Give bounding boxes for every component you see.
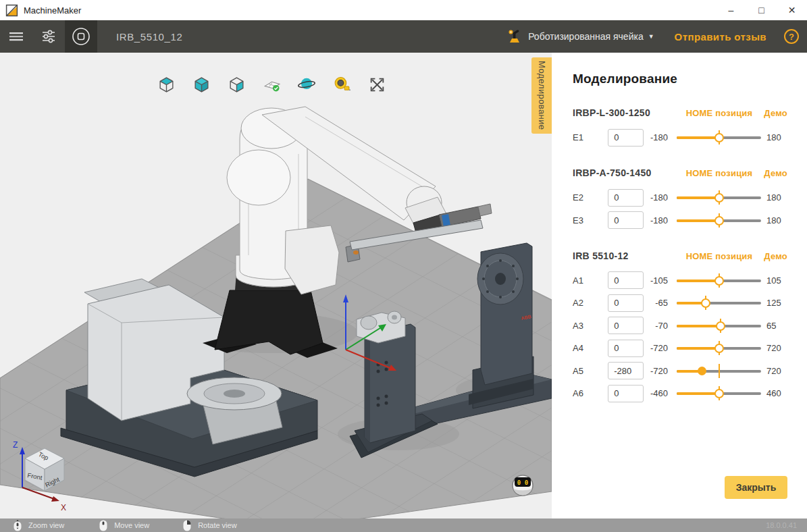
slider-handle[interactable] xyxy=(714,276,724,286)
home-position-link[interactable]: HOME позиция xyxy=(686,251,753,261)
axis-max-label: 105 xyxy=(766,275,787,286)
menu-button[interactable] xyxy=(0,20,32,53)
sphere-widget-value: 0 0 xyxy=(517,479,528,486)
axis-value-input[interactable] xyxy=(608,271,644,289)
axis-slider[interactable] xyxy=(677,128,761,147)
home-position-link[interactable]: HOME позиция xyxy=(686,108,753,118)
stop-simulation-button[interactable] xyxy=(65,20,97,53)
document-title: IRB_5510_12 xyxy=(116,31,182,43)
axis-row-a2: A2 -65 125 xyxy=(573,294,787,312)
minimize-button[interactable]: – xyxy=(716,0,746,20)
help-button[interactable]: ? xyxy=(784,29,799,44)
slider-handle[interactable] xyxy=(714,133,724,142)
robot-cell-icon xyxy=(507,29,522,44)
tune-sliders-icon xyxy=(40,28,57,45)
hint-label: Rotate view xyxy=(198,521,236,529)
cell-selector-label: Роботизированная ячейка xyxy=(528,31,644,42)
axis-value-input[interactable] xyxy=(608,211,644,229)
axis-row-a6: A6 -460 460 xyxy=(573,384,787,402)
section-irbp-l: IRBP-L-300-1250 HOME позиция Демо E1 -18… xyxy=(573,107,787,147)
axis-z-label: Z xyxy=(13,440,18,450)
floor-grid-check-icon[interactable] xyxy=(261,74,282,95)
fit-view-icon[interactable] xyxy=(367,74,387,95)
slider-handle[interactable] xyxy=(714,216,724,225)
measure-tape-icon[interactable] xyxy=(332,74,352,95)
axis-label: A2 xyxy=(573,298,608,308)
axis-value-input[interactable] xyxy=(608,362,644,379)
axis-row-a4: A4 -720 720 xyxy=(573,339,787,357)
axis-slider[interactable] xyxy=(677,294,761,312)
axis-value-input[interactable] xyxy=(608,385,644,402)
settings-button[interactable] xyxy=(32,20,65,53)
axis-min-label: -460 xyxy=(644,388,668,398)
close-window-button[interactable]: ✕ xyxy=(777,0,807,20)
axis-value-input[interactable] xyxy=(608,129,644,147)
axis-min-label: -105 xyxy=(644,275,668,286)
tab-modeling[interactable]: Моделирование xyxy=(531,57,552,134)
axis-value-input[interactable] xyxy=(608,317,644,334)
tab-modeling-label: Моделирование xyxy=(537,61,547,130)
maximize-button[interactable]: □ xyxy=(746,0,777,20)
axis-min-label: -180 xyxy=(644,132,668,142)
axis-row-a1: A1 -105 105 xyxy=(573,271,787,290)
axis-max-label: 460 xyxy=(766,388,787,398)
axis-max-label: 180 xyxy=(766,132,787,142)
axis-max-label: 125 xyxy=(766,298,787,308)
axis-min-label: -180 xyxy=(644,192,668,203)
slider-handle[interactable] xyxy=(714,389,724,398)
zoom-view-hint: Zoom view xyxy=(14,520,64,531)
mouse-right-button-icon xyxy=(183,520,191,531)
close-panel-button[interactable]: Закрыть xyxy=(725,476,787,499)
demo-link[interactable]: Демо xyxy=(764,168,787,178)
slider-handle[interactable] xyxy=(716,321,725,331)
section-name: IRBP-L-300-1250 xyxy=(573,107,686,118)
send-feedback-link[interactable]: Отправить отзыв xyxy=(675,31,766,43)
chevron-down-icon: ▼ xyxy=(648,33,654,40)
axis-slider[interactable] xyxy=(677,211,761,230)
cube-solid-icon[interactable] xyxy=(191,74,211,95)
cell-selector-dropdown[interactable]: Роботизированная ячейка ▼ xyxy=(528,31,654,42)
axis-row-e1: E1 -180 180 xyxy=(573,128,787,147)
slider-handle[interactable] xyxy=(701,298,710,308)
axis-label: A1 xyxy=(573,275,608,286)
axis-slider[interactable] xyxy=(677,271,761,290)
axis-row-e2: E2 -180 180 xyxy=(573,188,787,207)
axis-row-a3: A3 -70 65 xyxy=(573,317,787,335)
axis-min-label: -65 xyxy=(644,298,668,308)
app-title: MachineMaker xyxy=(24,5,81,16)
axis-value-input[interactable] xyxy=(608,340,644,357)
3d-viewport[interactable]: ABB xyxy=(0,53,552,518)
axis-slider[interactable] xyxy=(677,339,761,357)
hamburger-icon xyxy=(8,28,24,45)
viewport-toolbar xyxy=(156,74,402,95)
axis-max-label: 720 xyxy=(766,366,787,376)
version-label: 18.0.0.41 xyxy=(766,521,797,529)
axis-label: A5 xyxy=(573,366,608,376)
stop-in-circle-icon xyxy=(72,27,90,46)
axis-value-input[interactable] xyxy=(608,189,644,207)
3d-scene: ABB xyxy=(0,53,552,518)
axis-slider[interactable] xyxy=(677,384,761,402)
demo-link[interactable]: Демо xyxy=(764,251,787,261)
axis-slider[interactable] xyxy=(677,362,761,380)
section-name: IRB 5510-12 xyxy=(573,250,686,261)
slider-handle[interactable] xyxy=(698,367,706,375)
demo-link[interactable]: Демо xyxy=(764,108,787,118)
axis-slider[interactable] xyxy=(677,317,761,335)
cube-right-face-icon[interactable] xyxy=(226,74,246,95)
sphere-widget[interactable]: 0 0 xyxy=(513,475,533,496)
app-window: MachineMaker – □ ✕ xyxy=(0,0,807,532)
home-position-link[interactable]: HOME позиция xyxy=(686,168,753,178)
axis-slider[interactable] xyxy=(677,188,761,207)
section-irbp-a: IRBP-A-750-1450 HOME позиция Демо E2 -18… xyxy=(573,167,787,230)
slider-handle[interactable] xyxy=(714,344,724,353)
cube-top-face-icon[interactable] xyxy=(156,74,176,95)
main-toolbar: IRB_5510_12 Роботизированная ячейка ▼ От… xyxy=(0,20,807,53)
axis-row-e3: E3 -180 180 xyxy=(573,211,787,230)
slider-handle[interactable] xyxy=(714,193,724,203)
orbit-planet-icon[interactable] xyxy=(296,74,317,95)
app-logo-icon xyxy=(5,4,18,17)
mouse-middle-button-icon xyxy=(99,520,107,531)
axis-value-input[interactable] xyxy=(608,294,644,312)
statusbar: Zoom view Move view Rotate view 18.0.0.4… xyxy=(0,518,807,532)
